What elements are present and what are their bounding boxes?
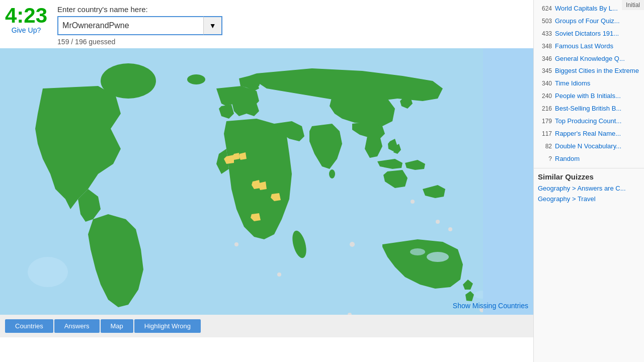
sidebar-quiz-item: 348 Famous Last Words [534, 40, 644, 53]
quiz-num: 624 [538, 5, 552, 12]
quiz-num: 503 [538, 17, 552, 25]
svg-point-7 [410, 248, 425, 255]
quiz-link[interactable]: People with B Initials... [555, 92, 621, 101]
quiz-num: 216 [538, 105, 552, 112]
sidebar-quiz-item: 340 Time Idioms [534, 77, 644, 90]
svg-point-14 [448, 227, 452, 231]
sidebar-quiz-item: ? Random [534, 153, 644, 165]
sidebar-quiz-item: 346 General Knowledge Q... [534, 53, 644, 65]
quiz-num: 345 [538, 67, 552, 74]
quiz-link[interactable]: World Capitals By L... [555, 5, 618, 13]
sidebar-quiz-item: 179 Top Producing Count... [534, 115, 644, 128]
quiz-link[interactable]: Double N Vocabulary... [555, 142, 621, 151]
quiz-num: 348 [538, 42, 552, 50]
sidebar-quiz-item: 216 Best-Selling British B... [534, 103, 644, 115]
map-container: Show Missing Countries [0, 48, 533, 315]
world-map [0, 48, 483, 315]
sidebar: Initial 624 World Capitals By L... 503 G… [533, 0, 644, 362]
quiz-num: 433 [538, 30, 552, 37]
sidebar-quiz-item: 345 Biggest Cities in the Extreme [534, 65, 644, 77]
svg-point-10 [277, 273, 281, 277]
similar-quiz-link[interactable]: Geography > Answers are C... [534, 183, 644, 194]
quiz-link[interactable]: Time Idioms [555, 79, 590, 88]
quiz-link[interactable]: Top Producing Count... [555, 117, 621, 126]
answers-tab[interactable]: Answers [54, 319, 100, 333]
show-missing-button[interactable]: Show Missing Countries [453, 302, 528, 310]
top-bar: 4:23 Give Up? Enter country's name here:… [0, 0, 533, 46]
similar-quizzes-title: Similar Quizzes [534, 168, 644, 183]
quiz-list: 624 World Capitals By L... 503 Groups of… [534, 3, 644, 165]
svg-point-13 [436, 220, 440, 224]
input-section: Enter country's name here: ▼ 159 / 196 g… [57, 5, 222, 46]
quiz-num: 82 [538, 142, 552, 150]
bottom-tabs: Countries Answers Map Highlight Wrong [0, 315, 533, 337]
svg-point-15 [411, 200, 415, 204]
countries-tab[interactable]: Countries [5, 319, 53, 333]
input-row: ▼ [57, 16, 222, 35]
quiz-num: 179 [538, 117, 552, 125]
quiz-link[interactable]: Rapper's Real Name... [555, 130, 621, 138]
map-tab[interactable]: Map [101, 319, 133, 333]
quiz-num: 340 [538, 79, 552, 87]
svg-point-12 [350, 242, 355, 247]
sidebar-quiz-item: 433 Soviet Dictators 191... [534, 28, 644, 40]
sidebar-quiz-item: 240 People with B Initials... [534, 90, 644, 103]
sidebar-quiz-item: 117 Rapper's Real Name... [534, 128, 644, 140]
quiz-num: 240 [538, 92, 552, 100]
timer-display: 4:23 [5, 5, 47, 26]
quiz-num: ? [538, 155, 552, 162]
quiz-link[interactable]: Best-Selling British B... [555, 105, 621, 113]
highlight-wrong-tab[interactable]: Highlight Wrong [134, 319, 201, 333]
main-content: 4:23 Give Up? Enter country's name here:… [0, 0, 533, 362]
input-label: Enter country's name here: [57, 5, 222, 14]
quiz-link[interactable]: Random [555, 155, 580, 163]
quiz-link[interactable]: Groups of Four Quiz... [555, 17, 620, 26]
guess-count: 159 / 196 guessed [57, 38, 222, 46]
timer-section: 4:23 Give Up? [5, 5, 47, 34]
svg-point-2 [187, 74, 205, 84]
sidebar-quiz-item: 82 Double N Vocabulary... [534, 140, 644, 153]
sidebar-quiz-item: 503 Groups of Four Quiz... [534, 15, 644, 28]
quiz-link[interactable]: Biggest Cities in the Extreme [555, 67, 639, 75]
svg-point-5 [28, 257, 68, 287]
quiz-num: 117 [538, 130, 552, 137]
svg-point-4 [329, 169, 335, 178]
quiz-link[interactable]: Soviet Dictators 191... [555, 30, 619, 38]
quiz-link[interactable]: Famous Last Words [555, 42, 613, 51]
svg-point-9 [234, 242, 238, 246]
quiz-link[interactable]: General Knowledge Q... [555, 55, 625, 63]
dropdown-button[interactable]: ▼ [203, 16, 222, 35]
similar-quiz-link[interactable]: Geography > Travel [534, 194, 644, 204]
initial-badge: Initial [622, 0, 644, 10]
country-input[interactable] [57, 16, 203, 35]
give-up-button[interactable]: Give Up? [12, 26, 41, 34]
quiz-num: 346 [538, 55, 552, 62]
similar-list: Geography > Answers are C...Geography > … [534, 183, 644, 204]
svg-point-6 [427, 252, 449, 262]
